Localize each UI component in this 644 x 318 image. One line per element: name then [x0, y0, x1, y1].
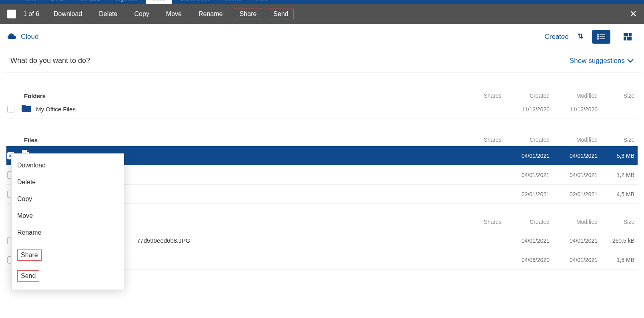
folder-icon [22, 104, 33, 114]
file-modified: 02/01/2021 [550, 191, 598, 197]
folder-name: My Office Files [33, 106, 469, 113]
col-shares: Shares [469, 219, 502, 225]
select-all-checkbox[interactable] [7, 10, 16, 18]
file-modified: 04/01/2021 [550, 257, 598, 263]
svg-rect-8 [624, 37, 626, 40]
folders-header: Folders Shares Created Modified Size [6, 72, 638, 100]
copy-button[interactable]: Copy [128, 8, 154, 20]
folder-created: 11/12/2020 [502, 106, 550, 113]
files-header: Files Shares Created Modified Size [6, 119, 638, 146]
ctx-delete[interactable]: Delete [12, 174, 124, 191]
grid-view-button[interactable] [618, 30, 637, 44]
rename-button[interactable]: Rename [193, 8, 228, 20]
folders-title: Folders [24, 93, 46, 99]
col-modified: Modified [550, 93, 598, 99]
folder-size: — [598, 106, 638, 113]
svg-point-1 [597, 36, 599, 38]
move-button[interactable]: Move [160, 8, 187, 20]
col-size: Size [598, 219, 638, 225]
files-title: Files [24, 137, 38, 143]
topnav-home[interactable]: Home [16, 0, 43, 4]
prompt-question: What do you want to do? [10, 56, 90, 65]
file-size: 4,5 MB [598, 191, 638, 197]
svg-point-2 [597, 38, 599, 40]
file-size: 1,2 MB [598, 172, 638, 178]
file-modified: 04/01/2021 [550, 237, 598, 244]
row-checkbox[interactable] [7, 106, 14, 113]
file-created: 04/01/2021 [502, 172, 550, 178]
topnav-email[interactable]: E-mail [44, 0, 72, 4]
col-size: Size [598, 93, 638, 99]
close-toolbar-button[interactable]: ✕ [630, 9, 637, 19]
ctx-rename[interactable]: Rename [12, 224, 124, 241]
svg-rect-6 [624, 33, 628, 36]
ctx-move[interactable]: Move [12, 207, 124, 224]
cloud-icon [7, 32, 21, 42]
breadcrumb-cloud[interactable]: Cloud [21, 33, 38, 41]
col-shares: Shares [469, 93, 502, 99]
col-created: Created [502, 137, 550, 143]
show-suggestions-label: Show suggestions [570, 57, 625, 65]
file-created: 02/01/2021 [502, 191, 550, 197]
topnav: Home E-mail Contacts Organizer Cloud Onl… [0, 0, 644, 4]
svg-rect-7 [629, 33, 632, 36]
topnav-online-office[interactable]: Online Office [174, 0, 217, 4]
file-size: 260,5 kB [598, 237, 638, 244]
show-suggestions[interactable]: Show suggestions [570, 57, 634, 65]
sort-direction-icon[interactable] [577, 32, 584, 42]
svg-point-0 [597, 34, 599, 36]
ctx-download[interactable]: Download [12, 157, 124, 174]
topnav-more[interactable]: More [249, 0, 274, 4]
ctx-share-label: Share [17, 250, 42, 261]
download-button[interactable]: Download [48, 8, 88, 20]
ctx-send-label: Send [17, 270, 39, 282]
col-created: Created [502, 219, 550, 225]
toolbar: 1 of 6 Download Delete Copy Move Rename … [0, 4, 644, 24]
selection-count: 1 of 6 [23, 10, 39, 18]
col-modified: Modified [550, 137, 598, 143]
file-modified: 04/01/2021 [550, 172, 598, 178]
file-created: 04/01/2021 [502, 237, 550, 244]
svg-rect-4 [600, 36, 605, 37]
svg-rect-5 [600, 38, 605, 39]
prompt-bar: What do you want to do? Show suggestions [3, 50, 641, 72]
breadcrumb-bar: Cloud Created [0, 24, 644, 50]
file-modified: 04/01/2021 [550, 153, 598, 159]
chevron-down-icon [627, 57, 634, 65]
topnav-cloud[interactable]: Cloud [146, 0, 172, 4]
folder-modified: 11/12/2020 [550, 106, 598, 113]
col-shares: Shares [469, 137, 502, 143]
col-modified: Modified [550, 219, 598, 225]
topnav-organizer[interactable]: Organizer [108, 0, 144, 4]
svg-rect-9 [627, 37, 632, 40]
list-view-button[interactable] [592, 30, 610, 44]
file-created: 04/06/2020 [502, 257, 550, 263]
svg-rect-3 [600, 34, 605, 35]
folder-row[interactable]: My Office Files 11/12/2020 11/12/2020 — [6, 100, 638, 119]
send-button[interactable]: Send [268, 8, 294, 20]
ctx-separator [12, 243, 124, 243]
sort-by[interactable]: Created [545, 33, 569, 41]
col-created: Created [502, 93, 550, 99]
file-created: 04/01/2021 [502, 153, 550, 159]
ctx-copy[interactable]: Copy [12, 191, 124, 207]
delete-button[interactable]: Delete [93, 8, 123, 20]
topnav-contacts[interactable]: Contacts [74, 0, 107, 4]
col-size: Size [598, 137, 638, 143]
file-size: 1,6 MB [598, 257, 638, 263]
ctx-send[interactable]: Send [12, 266, 124, 286]
share-button[interactable]: Share [234, 8, 262, 20]
topnav-games[interactable]: Games [218, 0, 248, 4]
context-menu: Download Delete Copy Move Rename Share S… [11, 153, 124, 290]
file-size: 5,3 MB [598, 153, 638, 159]
ctx-share[interactable]: Share [12, 245, 124, 266]
